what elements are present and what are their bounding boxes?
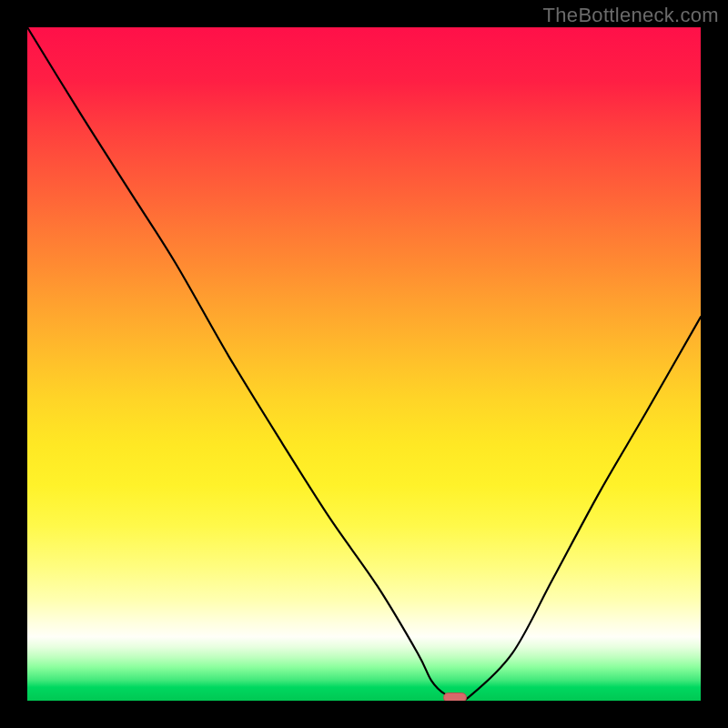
- bottleneck-curve: [27, 27, 701, 701]
- plot-area: [27, 27, 701, 701]
- watermark-text: TheBottleneck.com: [543, 4, 719, 27]
- chart-frame: TheBottleneck.com: [0, 0, 728, 728]
- optimal-point-marker: [443, 693, 467, 701]
